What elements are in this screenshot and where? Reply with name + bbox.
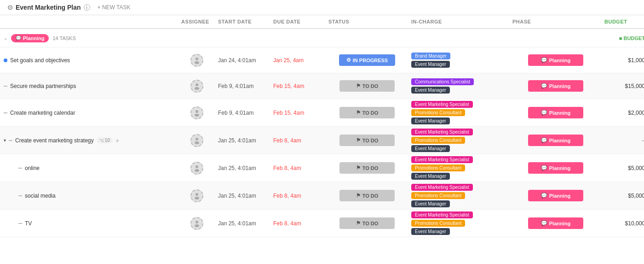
due-date: Feb 15, 4am <box>270 81 326 91</box>
charge-tag: Event Manager <box>411 117 450 124</box>
in-charge-cell: Event Marketing SpecialistPromotions Con… <box>408 210 510 237</box>
status-badge[interactable]: ⚑ TO DO <box>339 80 395 92</box>
task-name-cell: Set goals and objectives <box>4 54 178 66</box>
in-charge-cell: Event Marketing SpecialistPromotions Con… <box>408 99 510 126</box>
status-text: TO DO <box>362 221 379 226</box>
phase-badge[interactable]: 💬 Planning <box>528 135 583 146</box>
charge-tag: Event Manager <box>411 173 450 180</box>
assignee-cell <box>178 217 215 230</box>
group-collapse-icon[interactable]: ⌄ <box>4 35 7 41</box>
due-date: Jan 25, 4am <box>270 55 326 65</box>
charge-tag: Event Manager <box>411 87 450 94</box>
group-label-cell: ⌄ 💬 Planning 14 TASKS <box>4 31 178 45</box>
new-task-label: + NEW TASK <box>98 4 131 11</box>
avatar[interactable] <box>190 106 203 119</box>
table-row: TV Jan 25, 4:01am Feb 8, 4am ⚑ TO DO Eve… <box>0 210 644 237</box>
phase-badge[interactable]: 💬 Planning <box>528 190 583 201</box>
due-date: Feb 15, 4am <box>270 108 326 118</box>
charge-tag: Event Manager <box>411 228 450 235</box>
start-date: Jan 24, 4:01am <box>215 55 270 65</box>
status-badge[interactable]: ⚑ TO DO <box>339 135 395 146</box>
task-name[interactable]: Set goals and objectives <box>10 57 70 64</box>
phase-badge[interactable]: 💬 Planning <box>528 107 583 118</box>
phase-badge[interactable]: 💬 Planning <box>528 80 583 92</box>
collapse-icon[interactable]: ⊙ <box>7 4 13 11</box>
avatar[interactable] <box>190 189 203 202</box>
new-task-button[interactable]: + NEW TASK <box>98 4 131 11</box>
svg-point-0 <box>196 58 198 60</box>
status-text: TO DO <box>362 138 379 143</box>
status-cell[interactable]: ⚑ TO DO <box>326 133 408 148</box>
charge-tag: Communications Specialist <box>411 78 474 85</box>
phase-text: Planning <box>549 83 570 89</box>
phase-icon: 💬 <box>541 193 547 199</box>
table-row: Set goals and objectives Jan 24, 4:01am … <box>0 47 644 73</box>
assignee-cell <box>178 80 215 93</box>
phase-text: Planning <box>549 110 570 116</box>
status-cell[interactable]: ⚙ IN PROGRESS <box>326 53 408 68</box>
group-badge[interactable]: 💬 Planning <box>11 34 49 42</box>
task-name[interactable]: Secure media partnerships <box>10 83 76 89</box>
charge-tag: Event Manager <box>411 61 450 68</box>
task-name[interactable]: TV <box>25 220 32 227</box>
task-name[interactable]: Create marketing calendar <box>10 110 75 116</box>
start-date: Feb 9, 4:01am <box>215 108 270 118</box>
svg-point-4 <box>196 110 198 113</box>
phase-badge[interactable]: 💬 Planning <box>528 162 583 174</box>
svg-point-12 <box>196 221 198 223</box>
add-subtask-button[interactable]: + <box>115 137 119 144</box>
phase-text: Planning <box>549 193 570 199</box>
task-dash-icon <box>4 86 7 87</box>
phase-icon: 💬 <box>541 137 547 143</box>
in-charge-cell: Communications SpecialistEvent Manager <box>408 76 510 95</box>
budget-cell: $2,000 <box>602 108 644 118</box>
start-date: Feb 9, 4:01am <box>215 81 270 91</box>
status-text: IN PROGRESS <box>353 58 388 63</box>
status-badge[interactable]: ⚑ TO DO <box>339 162 395 174</box>
avatar[interactable] <box>190 162 203 175</box>
avatar[interactable] <box>190 54 203 67</box>
phase-cell: 💬 Planning <box>510 54 602 66</box>
phase-badge[interactable]: 💬 Planning <box>528 54 583 66</box>
status-cell[interactable]: ⚑ TO DO <box>326 188 408 203</box>
svg-point-3 <box>195 87 199 90</box>
avatar[interactable] <box>190 80 203 93</box>
assignee-cell <box>178 54 215 67</box>
status-badge[interactable]: ⚑ TO DO <box>339 107 395 118</box>
assignee-cell <box>178 106 215 119</box>
charge-tag: Promotions Consultant <box>411 164 465 171</box>
task-dash-icon <box>4 112 7 113</box>
assignee-cell <box>178 134 215 147</box>
task-name[interactable]: online <box>25 165 40 171</box>
in-charge-cell: Brand ManagerEvent Manager <box>408 51 510 70</box>
svg-point-10 <box>196 193 198 196</box>
status-icon: ⚑ <box>356 83 361 89</box>
group-row: ⌄ 💬 Planning 14 TASKS ■ BUDGET <box>0 29 644 47</box>
budget-cell: $15,000 <box>602 81 644 91</box>
info-icon[interactable]: i <box>84 4 90 11</box>
task-name[interactable]: Create event marketing strategy <box>15 137 94 144</box>
status-icon: ⚑ <box>356 137 361 143</box>
status-icon: ⚑ <box>356 165 361 171</box>
task-name-cell: TV <box>4 217 178 229</box>
status-cell[interactable]: ⚑ TO DO <box>326 160 408 176</box>
phase-badge[interactable]: 💬 Planning <box>528 217 583 229</box>
status-cell[interactable]: ⚑ TO DO <box>326 216 408 231</box>
status-badge[interactable]: ⚙ IN PROGRESS <box>339 54 395 66</box>
status-badge[interactable]: ⚑ TO DO <box>339 217 395 229</box>
phase-icon: 💬 <box>541 83 547 89</box>
charge-tag: Event Manager <box>411 145 450 152</box>
avatar[interactable] <box>190 134 203 147</box>
expand-icon[interactable]: ▾ <box>4 138 6 143</box>
svg-point-6 <box>196 138 198 141</box>
status-badge[interactable]: ⚑ TO DO <box>339 190 395 201</box>
status-cell[interactable]: ⚑ TO DO <box>326 78 408 94</box>
status-cell[interactable]: ⚑ TO DO <box>326 105 408 120</box>
phase-icon: 💬 <box>541 110 547 116</box>
col-budget: BUDGET <box>602 15 644 28</box>
avatar[interactable] <box>190 217 203 230</box>
group-badge-label: Planning <box>23 35 44 41</box>
charge-tag: Event Marketing Specialist <box>411 184 473 191</box>
task-name[interactable]: social media <box>25 193 56 199</box>
in-charge-cell: Event Marketing SpecialistPromotions Con… <box>408 154 510 182</box>
